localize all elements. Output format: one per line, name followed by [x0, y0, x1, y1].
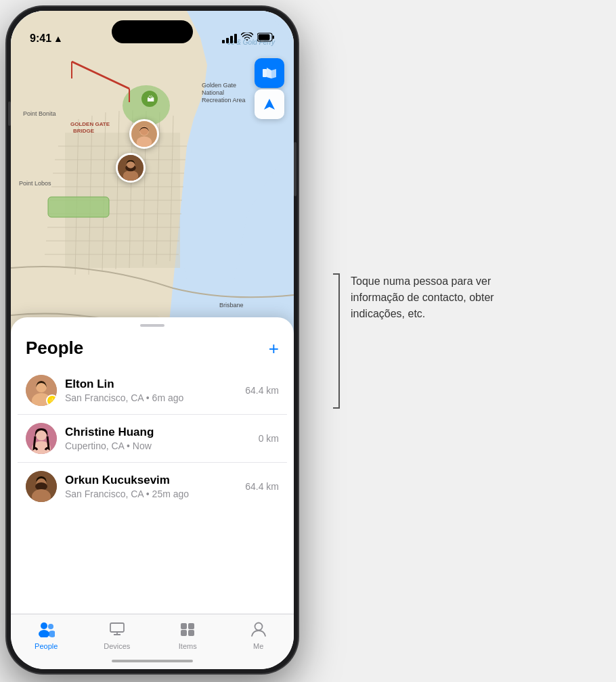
- people-tab-label: People: [35, 642, 58, 650]
- items-tab-icon: [179, 621, 196, 640]
- phone-wrapper: 9:41 ▲: [0, 0, 318, 682]
- elton-avatar: ⭐: [26, 375, 57, 406]
- tab-items[interactable]: Items: [164, 621, 211, 650]
- svg-point-59: [123, 170, 138, 181]
- christine-avatar: [26, 423, 57, 454]
- location-arrow-icon: ▲: [53, 33, 63, 44]
- svg-marker-51: [271, 69, 276, 78]
- svg-text:Brisbane: Brisbane: [219, 302, 244, 309]
- svg-text:National: National: [202, 89, 224, 96]
- orkun-sub: San Francisco, CA • 25m ago: [65, 488, 245, 499]
- time-display: 9:41: [30, 32, 51, 45]
- svg-point-74: [48, 624, 53, 629]
- christine-info: Christine Huang Cupertino, CA • Now: [65, 426, 259, 451]
- svg-text:🏔: 🏔: [147, 95, 154, 103]
- signal-bars: [222, 34, 237, 43]
- annotation-text: Toque numa pessoa para ver informação de…: [351, 273, 513, 409]
- svg-rect-81: [181, 630, 187, 636]
- signal-bar-4: [234, 34, 237, 43]
- signal-bar-2: [226, 38, 229, 43]
- elton-name: Elton Lin: [65, 378, 245, 391]
- devices-tab-icon: [108, 621, 126, 640]
- signal-bar-3: [230, 36, 233, 43]
- orkun-distance: 64.4 km: [245, 481, 279, 492]
- svg-rect-2: [273, 36, 275, 39]
- svg-rect-79: [181, 623, 187, 629]
- svg-text:Point Lobos: Point Lobos: [19, 180, 51, 187]
- elton-info: Elton Lin San Francisco, CA • 6m ago: [65, 378, 245, 403]
- map-view-button[interactable]: [255, 58, 284, 88]
- person-row[interactable]: Christine Huang Cupertino, CA • Now 0 km: [18, 415, 287, 463]
- svg-text:Recreation Area: Recreation Area: [202, 97, 246, 104]
- me-tab-icon: [250, 621, 267, 640]
- svg-rect-23: [48, 197, 109, 217]
- svg-rect-49: [263, 69, 267, 77]
- svg-text:GOLDEN GATE: GOLDEN GATE: [70, 121, 110, 127]
- elton-star-badge: ⭐: [46, 394, 57, 406]
- svg-text:Golden Gate: Golden Gate: [202, 82, 236, 89]
- items-tab-label: Items: [179, 642, 197, 650]
- map-buttons: [255, 58, 284, 119]
- wifi-icon: [241, 32, 253, 45]
- tab-devices[interactable]: Devices: [93, 621, 141, 650]
- svg-rect-82: [188, 630, 194, 636]
- map-avatar-elton[interactable]: [129, 119, 159, 149]
- location-button[interactable]: [255, 89, 284, 119]
- me-tab-label: Me: [253, 642, 263, 650]
- tab-people[interactable]: People: [22, 621, 70, 650]
- svg-rect-76: [110, 623, 124, 632]
- person-row[interactable]: Orkun Kucuksevim San Francisco, CA • 25m…: [18, 463, 287, 510]
- bottom-sheet: People + ⭐: [11, 317, 294, 615]
- battery-icon: [257, 32, 275, 45]
- map-avatar-orkun[interactable]: [116, 153, 146, 183]
- annotation-area: Toque numa pessoa para ver informação de…: [318, 260, 616, 422]
- svg-point-75: [48, 631, 55, 637]
- people-tab-icon: [37, 621, 55, 640]
- christine-name: Christine Huang: [65, 426, 259, 439]
- tab-me[interactable]: Me: [235, 621, 282, 650]
- svg-marker-52: [264, 99, 275, 110]
- elton-sub: San Francisco, CA • 6m ago: [65, 392, 245, 403]
- svg-rect-1: [259, 35, 270, 41]
- status-time: 9:41 ▲: [30, 32, 63, 45]
- dynamic-island: [112, 20, 193, 43]
- orkun-info: Orkun Kucuksevim San Francisco, CA • 25m…: [65, 474, 245, 499]
- side-button-right: [294, 142, 296, 196]
- orkun-name: Orkun Kucuksevim: [65, 474, 245, 487]
- elton-distance: 64.4 km: [245, 385, 279, 396]
- bracket-line: [338, 273, 340, 409]
- svg-text:Point Bonita: Point Bonita: [23, 110, 56, 117]
- sheet-header: People +: [11, 327, 294, 367]
- orkun-avatar: [26, 471, 57, 502]
- christine-distance: 0 km: [259, 433, 279, 444]
- svg-text:BRIDGE: BRIDGE: [73, 128, 95, 134]
- svg-point-55: [137, 136, 152, 147]
- phone-screen: 9:41 ▲: [11, 11, 294, 669]
- status-icons: [222, 32, 275, 45]
- home-indicator: [112, 660, 193, 662]
- person-row[interactable]: ⭐ Elton Lin San Francisco, CA • 6m ago 6…: [18, 367, 287, 415]
- christine-sub: Cupertino, CA • Now: [65, 440, 259, 451]
- svg-point-72: [41, 622, 47, 629]
- phone-frame: 9:41 ▲: [7, 7, 298, 673]
- signal-bar-1: [222, 40, 225, 43]
- annotation-bracket: Toque numa pessoa para ver informação de…: [338, 273, 513, 409]
- people-list: ⭐ Elton Lin San Francisco, CA • 6m ago 6…: [11, 367, 294, 510]
- svg-rect-80: [188, 623, 194, 629]
- svg-point-83: [255, 623, 262, 631]
- people-title: People: [26, 338, 83, 359]
- add-person-button[interactable]: +: [269, 340, 279, 357]
- svg-marker-50: [267, 68, 271, 78]
- svg-point-73: [39, 630, 49, 637]
- devices-tab-label: Devices: [104, 642, 130, 650]
